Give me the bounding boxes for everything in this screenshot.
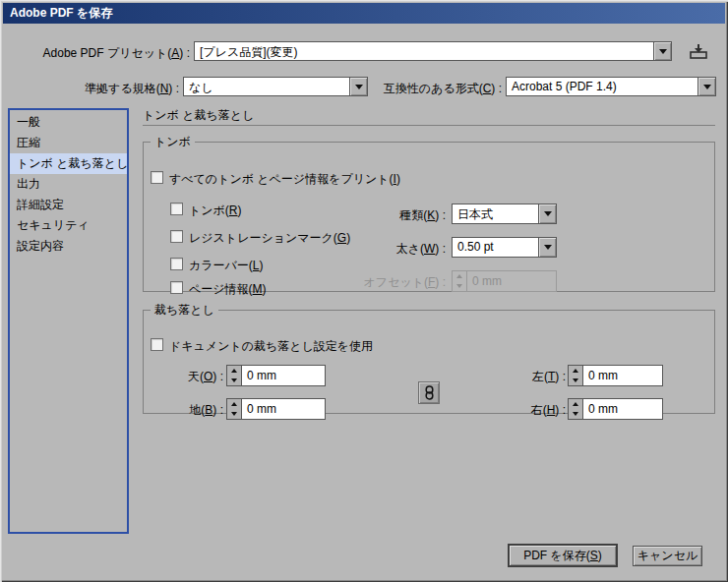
spinner-up-icon — [573, 369, 578, 373]
marks-type-combobox[interactable]: 日本式 — [452, 204, 557, 224]
compatibility-combobox[interactable]: Acrobat 5 (PDF 1.4) — [506, 77, 716, 96]
bleed-bottom-label: 地(B) : — [163, 402, 223, 419]
spinner-down-icon — [573, 378, 578, 382]
panel-title-divider — [143, 125, 715, 126]
compatibility-dropdown-button[interactable] — [698, 78, 715, 95]
category-listbox: 一般 圧縮 トンボ と裁ち落とし 出力 詳細設定 セキュリティ 設定内容 — [8, 108, 129, 534]
marks-weight-value: 0.50 pt — [453, 238, 538, 257]
link-bleed-values-button[interactable] — [418, 381, 440, 404]
cancel-button[interactable]: キャンセル — [633, 546, 702, 566]
marks-offset-spinner: 0 mm — [452, 270, 557, 292]
standard-value: なし — [184, 78, 349, 95]
marks-weight-label: 太さ(W) : — [321, 241, 446, 258]
bleed-group: 裁ち落とし ドキュメントの裁ち落とし設定を使用 天(O) : 0 mm 地(B)… — [143, 302, 715, 414]
chevron-down-icon — [355, 85, 363, 89]
standard-dropdown-button[interactable] — [349, 78, 367, 95]
bleed-group-legend: 裁ち落とし — [151, 302, 218, 319]
marks-weight-dropdown-button[interactable] — [538, 238, 556, 257]
chevron-down-icon — [659, 49, 667, 54]
chain-link-icon — [425, 385, 434, 400]
preset-label: Adobe PDF プリセット(A) : — [8, 45, 190, 62]
marks-weight-combobox[interactable]: 0.50 pt — [452, 237, 557, 258]
sidebar-item-security[interactable]: セキュリティ — [10, 215, 127, 236]
spinner-up-icon — [573, 402, 578, 406]
spinner-down-icon — [231, 378, 237, 382]
spinner-down-icon — [456, 284, 462, 288]
standard-label: 準拠する規格(N) : — [39, 81, 179, 97]
standard-combobox[interactable]: なし — [183, 77, 368, 96]
chevron-down-icon — [703, 85, 711, 89]
trim-marks-checkbox[interactable] — [170, 203, 183, 215]
sidebar-item-general[interactable]: 一般 — [10, 112, 127, 133]
bleed-top-value[interactable]: 0 mm — [242, 366, 325, 385]
panel-title: トンボ と裁ち落とし — [143, 107, 254, 124]
bleed-right-label: 右(H) : — [522, 402, 566, 419]
marks-offset-label: オフセット(F) : — [321, 274, 446, 291]
spinner-arrows[interactable] — [227, 399, 242, 419]
marks-type-label: 種類(K) : — [321, 207, 446, 224]
sidebar-item-advanced[interactable]: 詳細設定 — [10, 195, 127, 215]
spinner-arrows[interactable] — [569, 399, 583, 419]
bleed-top-spinner[interactable]: 0 mm — [226, 365, 326, 386]
bleed-bottom-spinner[interactable]: 0 mm — [226, 398, 326, 420]
spinner-up-icon — [231, 402, 237, 406]
sidebar-item-compression[interactable]: 圧縮 — [10, 133, 127, 153]
spinner-arrows — [453, 271, 467, 291]
save-adobe-pdf-dialog: Adobe PDF を保存 Adobe PDF プリセット(A) : [プレス品… — [0, 0, 728, 582]
dialog-title: Adobe PDF を保存 — [10, 5, 112, 22]
spinner-arrows[interactable] — [227, 366, 242, 385]
all-marks-label: すべてのトンボ とページ情報をプリント(I) — [169, 171, 400, 188]
page-info-checkbox[interactable] — [170, 281, 183, 294]
spinner-arrows[interactable] — [569, 366, 583, 385]
save-pdf-button[interactable]: PDF を保存(S) — [508, 544, 618, 567]
bleed-left-label: 左(T) : — [522, 369, 566, 385]
bleed-bottom-value[interactable]: 0 mm — [242, 399, 325, 419]
sidebar-item-output[interactable]: 出力 — [10, 174, 127, 195]
registration-marks-checkbox[interactable] — [170, 230, 183, 243]
titlebar[interactable]: Adobe PDF を保存 — [3, 3, 725, 24]
spinner-down-icon — [573, 412, 578, 416]
trim-marks-label: トンボ(R) — [189, 203, 242, 219]
marks-offset-value: 0 mm — [467, 271, 556, 291]
bleed-top-label: 天(O) : — [163, 369, 223, 385]
save-preset-button[interactable] — [683, 41, 714, 62]
page-info-label: ページ情報(M) — [189, 281, 267, 298]
all-marks-checkbox[interactable] — [151, 171, 163, 184]
use-document-bleed-label: ドキュメントの裁ち落とし設定を使用 — [169, 338, 373, 355]
save-preset-icon — [688, 43, 709, 60]
use-document-bleed-checkbox[interactable] — [151, 338, 163, 351]
preset-value: [プレス品質](変更) — [195, 42, 653, 60]
chevron-down-icon — [544, 245, 552, 250]
marks-type-dropdown-button[interactable] — [538, 204, 556, 223]
color-bars-checkbox[interactable] — [170, 258, 183, 270]
compatibility-value: Acrobat 5 (PDF 1.4) — [507, 78, 698, 95]
compatibility-label: 互換性のある形式(C) : — [380, 81, 502, 97]
bleed-right-value[interactable]: 0 mm — [583, 399, 662, 419]
spinner-up-icon — [456, 274, 462, 278]
sidebar-item-marks-and-bleeds[interactable]: トンボ と裁ち落とし — [10, 153, 127, 174]
color-bars-label: カラーバー(L) — [189, 258, 264, 274]
marks-group: トンボ すべてのトンボ とページ情報をプリント(I) トンボ(R) レジストレー… — [143, 134, 715, 292]
marks-group-legend: トンボ — [151, 134, 195, 150]
spinner-up-icon — [231, 369, 237, 373]
bleed-left-value[interactable]: 0 mm — [583, 366, 662, 385]
sidebar-item-summary[interactable]: 設定内容 — [10, 236, 127, 257]
bleed-right-spinner[interactable]: 0 mm — [568, 398, 663, 420]
preset-dropdown-button[interactable] — [653, 42, 671, 60]
preset-combobox[interactable]: [プレス品質](変更) — [194, 41, 672, 61]
spinner-down-icon — [231, 412, 237, 416]
marks-type-value: 日本式 — [453, 204, 538, 223]
bleed-left-spinner[interactable]: 0 mm — [568, 365, 663, 386]
chevron-down-icon — [544, 211, 552, 216]
